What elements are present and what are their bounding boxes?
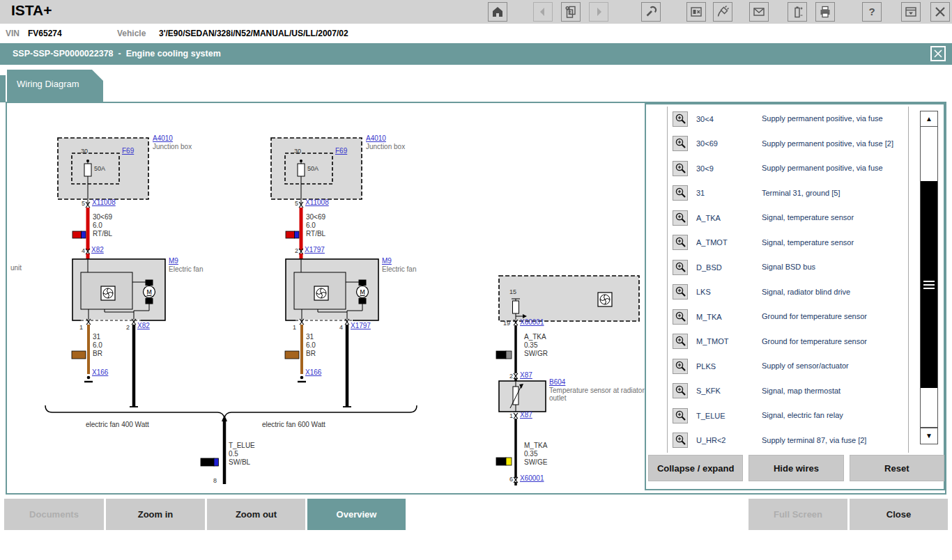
signal-code: S_KFK — [696, 387, 762, 395]
signal-code: 30<4 — [696, 115, 762, 123]
fuse-terminal: 30 — [81, 148, 88, 155]
zoom-to-signal-icon[interactable] — [673, 235, 688, 250]
signal-desc: Signal, electric fan relay — [762, 411, 898, 420]
zoom-to-signal-icon[interactable] — [673, 309, 688, 325]
scrollbar-thumb[interactable] — [921, 181, 937, 388]
zoom-to-signal-icon[interactable] — [673, 210, 688, 226]
legend-scrollbar[interactable]: ▲ ▼ — [920, 111, 938, 444]
zoom-to-signal-icon[interactable] — [673, 136, 688, 151]
reset-button[interactable]: Reset — [850, 455, 944, 481]
signal-code: U_HR<2 — [696, 436, 762, 444]
fan-group-label: electric fan 400 Watt — [86, 421, 149, 428]
zoom-to-signal-icon[interactable] — [673, 359, 688, 374]
connection-icon[interactable] — [713, 2, 732, 22]
back-icon[interactable] — [533, 2, 553, 22]
hide-wires-button[interactable]: Hide wires — [748, 455, 843, 481]
ground-connector-link[interactable]: X166 — [92, 368, 108, 376]
collapse-expand-button[interactable]: Collapse / expand — [648, 455, 743, 481]
scroll-down-icon[interactable]: ▼ — [920, 428, 938, 444]
signal-code: A_TKA — [696, 214, 762, 222]
signal-code: PLKS — [696, 362, 762, 371]
close-icon[interactable] — [930, 2, 950, 22]
wire-label: 30<696.0RT/BL — [306, 213, 325, 238]
signal-code: A_TMOT — [696, 238, 762, 247]
zoom-to-signal-icon[interactable] — [673, 111, 688, 127]
home-icon[interactable] — [488, 2, 507, 22]
scrollbar-track[interactable] — [920, 126, 938, 428]
fuse-terminal: 30 — [294, 148, 301, 155]
overview-button[interactable]: Overview — [307, 499, 406, 530]
zoom-to-signal-icon[interactable] — [673, 433, 688, 448]
legend-row: U_HR<2Supply terminal 87, via fuse [2] — [668, 428, 908, 453]
vehicle-label: Vehicle — [117, 29, 146, 38]
wire-label: 316.0BR — [306, 333, 316, 358]
connector-link[interactable]: X82 — [137, 322, 150, 329]
unit-label: unit — [10, 264, 22, 272]
wrench-icon[interactable] — [641, 2, 661, 22]
zoom-to-signal-icon[interactable] — [673, 284, 688, 300]
document-close-icon[interactable] — [930, 46, 946, 61]
tab-wiring-diagram[interactable]: Wiring Diagram — [7, 70, 103, 102]
legend-row: 30<4Supply permanent positive, via fuse — [668, 107, 908, 132]
signal-code: 31 — [696, 189, 762, 197]
print-icon[interactable] — [815, 2, 835, 22]
close-button[interactable]: Close — [850, 499, 948, 530]
document-title: SSP-SSP-SP0000022378 - Engine cooling sy… — [13, 49, 221, 59]
fuse-ref-link[interactable]: F69 — [122, 147, 134, 155]
zoom-in-button[interactable]: Zoom in — [106, 499, 205, 530]
junction-ref-link[interactable]: A4010 — [153, 134, 173, 142]
component-ref-link[interactable]: M9 — [382, 257, 392, 265]
hide-panel-icon[interactable] — [901, 2, 921, 22]
wire-label: 316.0BR — [93, 333, 102, 358]
pin-number: 5 — [75, 200, 85, 207]
signal-code: 30<9 — [696, 164, 762, 173]
mail-icon[interactable] — [749, 2, 769, 22]
battery-icon[interactable] — [788, 2, 807, 22]
control-units-icon[interactable] — [686, 2, 706, 22]
zoom-to-signal-icon[interactable] — [673, 334, 688, 349]
zoom-to-signal-icon[interactable] — [673, 408, 688, 423]
signal-desc: Signal BSD bus — [762, 263, 898, 272]
operations-icon[interactable] — [561, 2, 581, 22]
legend-row: A_TMOTSignal, temperature sensor — [668, 231, 908, 256]
legend-row: S_KFKSignal, map thermostat — [668, 379, 908, 404]
junction-name: Junction box — [366, 143, 405, 150]
junction-ref-link[interactable]: A4010 — [366, 134, 386, 142]
help-icon[interactable]: ? — [862, 2, 882, 22]
documents-button[interactable]: Documents — [4, 499, 104, 530]
zoom-to-signal-icon[interactable] — [673, 260, 688, 275]
pin-number: 15 — [509, 288, 516, 295]
forward-icon[interactable] — [589, 2, 608, 22]
ground-connector-link[interactable]: X166 — [305, 368, 321, 376]
connector-link[interactable]: X1797 — [305, 246, 325, 254]
pin-number: 4 — [75, 247, 85, 254]
connector-link[interactable]: X11008 — [305, 199, 329, 206]
fuse-ref-link[interactable]: F69 — [335, 147, 347, 155]
full-screen-button[interactable]: Full Screen — [748, 499, 847, 530]
zoom-out-button[interactable]: Zoom out — [207, 499, 305, 530]
connector-link[interactable]: X11008 — [92, 199, 116, 206]
legend-row: D_BSDSignal BSD bus — [668, 255, 908, 280]
connector-link[interactable]: X60001 — [520, 318, 544, 326]
connector-link[interactable]: X60001 — [520, 474, 544, 482]
signal-desc: Signal, temperature sensor — [762, 238, 898, 247]
connector-link[interactable]: X1797 — [351, 322, 371, 329]
signal-desc: Terminal 31, ground [5] — [762, 189, 898, 198]
zoom-to-signal-icon[interactable] — [673, 383, 688, 398]
pin-number: 1 — [503, 412, 513, 419]
connector-link[interactable]: X82 — [91, 246, 104, 254]
component-ref-link[interactable]: M9 — [169, 257, 178, 265]
zoom-to-signal-icon[interactable] — [673, 185, 688, 201]
legend-button-row: Collapse / expand Hide wires Reset — [648, 455, 944, 481]
pin-number: 1 — [79, 324, 83, 331]
wiring-diagram[interactable]: M — [7, 103, 645, 490]
component-name: Electric fan — [382, 265, 416, 273]
fuse-rating: 50A — [307, 165, 318, 172]
pin-number: 2 — [503, 373, 513, 380]
svg-text:?: ? — [868, 6, 875, 17]
scroll-up-icon[interactable]: ▲ — [920, 111, 938, 127]
connector-link[interactable]: X87 — [520, 411, 532, 419]
sensor-ref-link[interactable]: B604 — [549, 378, 565, 386]
connector-link[interactable]: X87 — [520, 371, 532, 379]
zoom-to-signal-icon[interactable] — [673, 161, 688, 176]
